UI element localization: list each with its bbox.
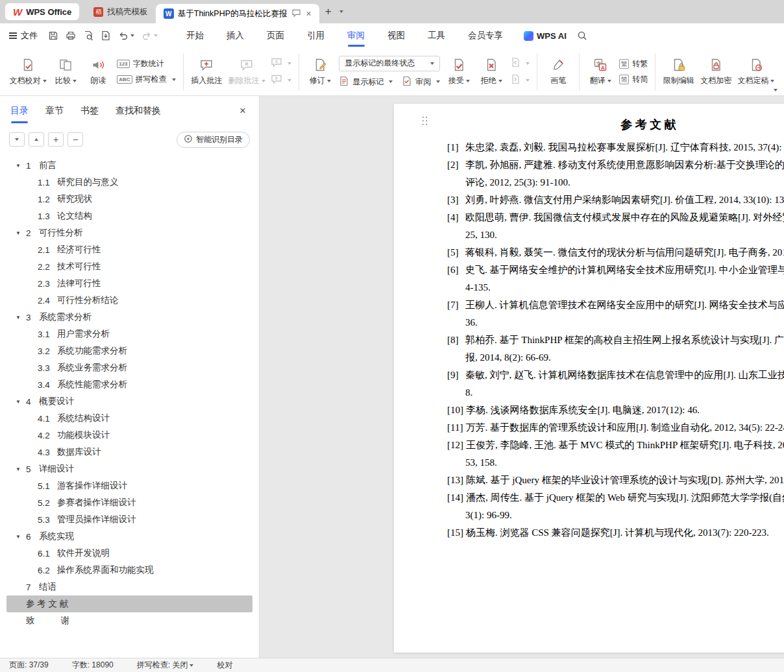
toc-item[interactable]: 2.2 技术可行性 [6,258,252,275]
drag-handle-icon[interactable] [421,115,428,126]
toc-item[interactable]: 2.4 可行性分析结论 [6,292,252,309]
zoom-out-button[interactable]: − [67,132,83,147]
menu-item[interactable]: 插入 [217,23,253,48]
restrict-edit-button[interactable]: 限制编辑 [660,51,697,93]
to-traditional-button[interactable]: 繁 转繁 [619,58,648,69]
insert-comment-button[interactable]: 插入批注 [188,51,225,93]
toc-item[interactable]: 3.3 系统业务需求分析 [6,359,252,376]
doc-proofread-button[interactable]: 文档校对 [6,51,49,93]
toc-item[interactable]: ▼ 2 可行性分析 [6,224,252,241]
panel-tab[interactable]: 书签 [80,96,99,126]
prev-change-button [510,57,530,69]
toc-item[interactable]: 1.3 论文结构 [6,208,252,224]
tab-close-icon[interactable]: × [306,8,312,19]
document-page[interactable]: 参 考 文 献 [1]朱忠梁, 袁磊, 刘毅. 我国马拉松赛事发展探析[J]. … [394,104,784,653]
tab-document[interactable]: W 基于ThinkPHP的马拉松比赛报 × [156,4,319,23]
ribbon-collapse-icon[interactable] [774,89,778,91]
toc-item[interactable]: 1.1 研究目的与意义 [6,174,252,191]
file-menu-button[interactable]: 文件 [9,30,38,42]
panel-tab[interactable]: 目录 [10,96,29,126]
smart-toc-button[interactable]: 智能识别目录 [177,132,250,148]
toc-item[interactable]: 致 谢 [6,612,252,629]
panel-tab[interactable]: 章节 [45,96,64,126]
search-icon[interactable] [577,30,587,41]
menu-item[interactable]: 工具 [419,23,454,48]
export-button[interactable] [101,30,111,41]
redo-button[interactable] [141,30,158,41]
page-indicator[interactable]: 页面: 37/39 [9,660,49,671]
encrypt-button[interactable]: 文档加密 [697,51,734,93]
panel-close-icon[interactable]: × [237,104,249,117]
translate-button[interactable]: 文A 翻译 [584,51,617,93]
expand-triangle-icon[interactable]: ▼ [16,230,26,236]
spell-check-button[interactable]: ABC 拼写检查 [117,74,175,85]
toc-item[interactable]: 2.1 经济可行性 [6,241,252,258]
toc-item[interactable]: 5.1 游客操作详细设计 [6,477,252,494]
toc-item-label: 详细设计 [39,463,74,475]
track-changes-button[interactable]: 修订 [304,51,336,93]
word-count-indicator[interactable]: 字数: 18090 [72,660,114,671]
toc-item[interactable]: 3.2 系统功能需求分析 [6,342,252,359]
toc-item[interactable]: 3.4 系统性能需求分析 [6,376,252,393]
toc-item[interactable]: 6.1 软件开发说明 [6,545,252,562]
toc-item[interactable]: ▼ 1 前言 [6,157,252,174]
panel-tab[interactable]: 查找和替换 [116,96,161,126]
toc-item[interactable]: 4.1 系统结构设计 [6,410,252,427]
spellcheck-indicator[interactable]: 拼写检查: 关闭 [137,660,194,671]
tab-list-chevron-icon[interactable] [339,10,343,13]
menu-item[interactable]: 引用 [298,23,334,48]
toc-item-label: 研究现状 [57,193,92,205]
review-button[interactable]: 审阅 [402,76,440,88]
toc-item[interactable]: ▼ 5 详细设计 [6,461,252,477]
toc-item[interactable]: ▼ 6 系统实现 [6,528,252,545]
accept-button[interactable]: 接受 [443,51,475,93]
toc-item[interactable]: 2.3 法律可行性 [6,275,252,292]
undo-button[interactable] [118,30,134,41]
toc-item[interactable]: 4.2 功能模块设计 [6,427,252,444]
menu-item[interactable]: 页面 [258,23,293,48]
toc-item[interactable]: ▼ 4 概要设计 [6,393,252,410]
toc-item[interactable]: 6.2 操作系统界面和功能实现 [6,562,252,579]
toc-item[interactable]: 7 结语 [6,579,252,595]
pen-button[interactable]: 画笔 [542,51,574,93]
menu-item[interactable]: 视图 [378,23,414,48]
expand-triangle-icon[interactable]: ▼ [16,534,26,540]
show-markup-button[interactable]: 显示标记 [339,76,393,88]
toc-item[interactable]: 参 考 文 献 [6,595,252,612]
print-preview-button[interactable] [83,30,93,41]
expand-triangle-icon[interactable]: ▼ [16,466,26,472]
wps-ai-button[interactable]: WPS AI [524,31,567,41]
tab-docer-template[interactable]: 稻 找稿壳模板 [86,0,156,23]
menu-item[interactable]: 审阅 [338,23,374,48]
menu-item[interactable]: 开始 [177,23,213,48]
toc-item[interactable]: 1.2 研究现状 [6,191,252,208]
finalize-button[interactable]: 文档定稿 [735,51,778,93]
toc-item-label: 用户需求分析 [57,328,110,340]
toc-item[interactable]: ▼ 3 系统需求分析 [6,309,252,326]
markup-state-select[interactable]: 显示标记的最终状态 [339,56,440,71]
toc-item[interactable]: 4.3 数据库设计 [6,444,252,461]
undo-chevron-icon[interactable] [130,34,134,37]
read-aloud-button[interactable]: 朗读 [82,51,114,93]
save-button[interactable] [48,30,58,41]
compare-button[interactable]: 比较 [49,51,82,93]
reject-button[interactable]: 拒绝 [475,51,508,93]
wps-home-button[interactable]: W WPS Office [5,3,79,20]
proofread-indicator[interactable]: 校对 [217,660,232,671]
comment-bubble-icon[interactable] [291,8,301,19]
toc-item[interactable]: 5.3 管理员操作详细设计 [6,511,252,528]
to-simplified-button[interactable]: 简 转简 [619,74,648,85]
print-button[interactable] [66,30,76,41]
expand-triangle-icon[interactable]: ▼ [16,315,26,320]
expand-all-button[interactable] [29,132,44,147]
zoom-in-button[interactable]: + [48,132,64,147]
word-count-button[interactable]: 123 字数统计 [117,58,175,69]
expand-triangle-icon[interactable]: ▼ [16,163,26,169]
toc-item[interactable]: 5.2 参赛者操作详细设计 [6,494,252,511]
expand-triangle-icon[interactable]: ▼ [16,399,26,405]
collapse-all-button[interactable] [9,132,25,147]
toc-item[interactable]: 3.1 用户需求分析 [6,326,252,342]
document-area[interactable]: 参 考 文 献 [1]朱忠梁, 袁磊, 刘毅. 我国马拉松赛事发展探析[J]. … [260,96,784,658]
new-tab-button[interactable]: + [319,5,337,18]
menu-item[interactable]: 会员专享 [459,23,512,48]
